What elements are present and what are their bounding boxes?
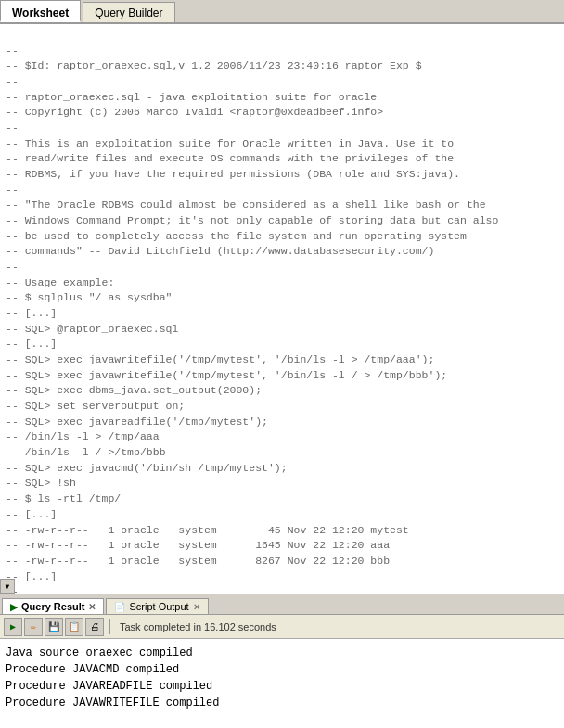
status-text: Task completed in 16.102 seconds — [120, 621, 276, 632]
result-area: Java source oraexec compiled Procedure J… — [0, 639, 564, 728]
edit-button[interactable]: ✏ — [24, 618, 43, 636]
query-result-close[interactable]: ✕ — [88, 602, 96, 612]
export-button[interactable]: 📋 — [65, 618, 83, 636]
result-line-2: Procedure JAVACMD compiled — [6, 661, 558, 678]
editor-area[interactable]: -- -- $Id: raptor_oraexec.sql,v 1.2 2006… — [0, 24, 564, 594]
tab-query-builder[interactable]: Query Builder — [83, 2, 174, 22]
script-output-label: Script Output — [129, 601, 188, 612]
query-result-icon: ▶ — [10, 602, 18, 612]
query-result-label: Query Result — [21, 601, 84, 612]
scroll-down-arrow[interactable]: ▼ — [0, 579, 15, 594]
run-button[interactable]: ▶ — [4, 618, 22, 636]
script-output-close[interactable]: ✕ — [193, 602, 200, 612]
script-output-icon: 📄 — [114, 602, 125, 612]
save-button[interactable]: 💾 — [45, 618, 63, 636]
print-button[interactable]: 🖨 — [85, 618, 104, 636]
main-tab-bar: Worksheet Query Builder — [0, 0, 564, 24]
result-line-5: Procedure JAVAWRITEFILE compiled — [6, 695, 558, 711]
bottom-tab-bar: ▶ Query Result ✕ 📄 Script Output ✕ — [0, 594, 564, 615]
result-line-1: Java source oraexec compiled — [6, 645, 558, 661]
editor-content: -- -- $Id: raptor_oraexec.sql,v 1.2 2006… — [6, 28, 558, 594]
line-1: -- -- $Id: raptor_oraexec.sql,v 1.2 2006… — [6, 45, 498, 594]
toolbar-separator — [109, 619, 110, 634]
tab-script-output[interactable]: 📄 Script Output ✕ — [106, 598, 208, 614]
tab-worksheet[interactable]: Worksheet — [0, 0, 81, 22]
tab-query-result[interactable]: ▶ Query Result ✕ — [2, 598, 104, 614]
result-toolbar: ▶ ✏ 💾 📋 🖨 Task completed in 16.102 secon… — [0, 615, 564, 639]
result-line-4: Procedure JAVAREADFILE compiled — [6, 678, 558, 695]
